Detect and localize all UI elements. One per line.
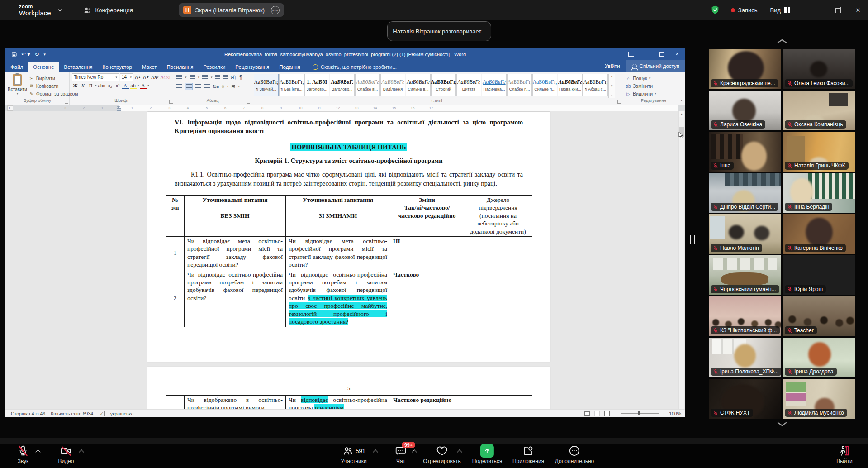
style-4[interactable]: АаБбВвГгСлабке в... bbox=[355, 74, 380, 96]
tab-selector[interactable]: L bbox=[7, 105, 13, 111]
word-close-button[interactable]: ✕ bbox=[669, 48, 685, 60]
participant-tile[interactable]: Лариса Овечкіна bbox=[709, 91, 781, 130]
word-tab-7[interactable]: Рецензування bbox=[230, 62, 274, 72]
word-minimize-button[interactable] bbox=[639, 48, 654, 60]
style-9[interactable]: АаБбВвГгНасичена... bbox=[482, 74, 507, 96]
toolbar-apps[interactable]: Приложения bbox=[512, 444, 544, 464]
tab-shared-screen[interactable]: H Экран (Наталія Вітранюк) ••• bbox=[179, 3, 284, 17]
participant-tile[interactable]: Інна bbox=[709, 132, 781, 172]
participant-tile[interactable]: Ірина Дроздова bbox=[783, 338, 855, 377]
subscript-button[interactable]: x₂ bbox=[107, 82, 114, 89]
style-2[interactable]: 1. АаБбІЗаголово... bbox=[304, 74, 329, 96]
participant-tile[interactable]: Дніпро Відділ Серти... bbox=[709, 173, 781, 213]
proofing-icon[interactable]: ✓ bbox=[99, 411, 105, 416]
sign-in-button[interactable]: Увійти bbox=[598, 63, 626, 69]
style-10[interactable]: АаБбВвГг,Слабке п... bbox=[507, 74, 532, 96]
font-size-combo[interactable]: 14▾ bbox=[120, 73, 133, 81]
zoom-level[interactable]: 100% bbox=[669, 411, 681, 416]
redo-icon[interactable]: ↻ bbox=[34, 51, 39, 57]
word-tab-3[interactable]: Конструктор bbox=[97, 62, 137, 72]
security-shield-icon[interactable] bbox=[710, 5, 720, 15]
style-11[interactable]: АаБбВвГг,Сильне п... bbox=[532, 74, 557, 96]
toolbar-share[interactable]: Поделиться bbox=[472, 444, 502, 464]
participant-tile[interactable]: КЗ "Нікопольський ф... bbox=[709, 296, 781, 336]
participant-tile[interactable]: Ірина Полякова_ХПФ... bbox=[709, 338, 781, 377]
toolbar-chat[interactable]: 99+Чат bbox=[395, 444, 407, 464]
toolbar-leave[interactable]: Выйти bbox=[836, 444, 853, 464]
toolbar-people[interactable]: 591Участники bbox=[341, 444, 366, 464]
web-layout-icon[interactable] bbox=[604, 411, 610, 416]
style-3[interactable]: АаБбВвГ.Заголово... bbox=[330, 74, 355, 96]
tab-conference[interactable]: Конференция bbox=[83, 6, 133, 14]
tell-me-search[interactable]: Скажіть, що потрібно зробити... bbox=[309, 62, 400, 72]
toolbar-mic-off[interactable]: Звук bbox=[17, 444, 29, 464]
toolbar-cam-off[interactable]: Видео bbox=[58, 444, 74, 464]
font-name-combo[interactable]: Times New Ro▾ bbox=[72, 73, 119, 81]
scroll-participants-down[interactable] bbox=[775, 421, 789, 427]
editing-item-2[interactable]: ▷Виділити ▾ bbox=[626, 90, 656, 97]
superscript-button[interactable]: x² bbox=[114, 82, 121, 89]
participant-tile[interactable]: Чортківський гуманіт... bbox=[709, 255, 781, 295]
more-options-icon[interactable]: ••• bbox=[271, 6, 280, 14]
read-mode-icon[interactable] bbox=[584, 411, 590, 416]
save-icon[interactable] bbox=[12, 52, 17, 57]
clear-formatting-button[interactable]: A⌫ bbox=[160, 74, 171, 81]
scroll-participants-up[interactable] bbox=[775, 38, 789, 44]
numbered-list-icon[interactable] bbox=[190, 75, 195, 80]
scroll-up-arrow[interactable]: ▲ bbox=[679, 111, 684, 117]
zoom-in-button[interactable]: + bbox=[663, 411, 665, 416]
vertical-scrollbar[interactable]: ▲ bbox=[678, 111, 684, 409]
zoom-out-button[interactable]: − bbox=[614, 411, 617, 416]
shading-icon[interactable]: ◊ bbox=[222, 84, 224, 89]
participant-tile[interactable]: Юрій Ярош bbox=[783, 255, 855, 295]
style-0[interactable]: АаБбВвГг,¶ Звичай... bbox=[254, 74, 279, 96]
decrease-indent-icon[interactable] bbox=[215, 75, 220, 80]
justify-icon[interactable] bbox=[204, 84, 210, 89]
word-tab-8[interactable]: Подання bbox=[274, 62, 305, 72]
toolbar-caret-mic-off[interactable] bbox=[36, 449, 40, 453]
participant-tile[interactable]: Teacher bbox=[783, 296, 855, 336]
highlight-button[interactable]: ab bbox=[130, 82, 137, 89]
panel-resize-handle[interactable] bbox=[690, 235, 695, 244]
participant-tile[interactable]: Катерина Вініченко bbox=[783, 214, 855, 254]
toolbar-caret-heart[interactable] bbox=[458, 449, 462, 453]
page-indicator[interactable]: Сторінка 4 із 46 bbox=[11, 411, 45, 416]
collapse-ribbon-icon[interactable]: ⌃ bbox=[680, 100, 683, 104]
toolbar-heart[interactable]: Отреагировать bbox=[423, 444, 461, 464]
participant-tile[interactable]: СТФК НУХТ bbox=[709, 379, 781, 419]
participant-tile[interactable]: Оксана Компанієць bbox=[783, 91, 855, 130]
italic-button[interactable]: К bbox=[80, 82, 86, 89]
participant-tile[interactable]: Красноградський пе... bbox=[709, 49, 781, 89]
pilcrow-icon[interactable]: ¶ bbox=[239, 74, 242, 81]
borders-icon[interactable]: ⊞ bbox=[231, 84, 235, 90]
word-tab-2[interactable]: Вставлення bbox=[59, 62, 98, 72]
sort-icon[interactable]: Я̂↓ bbox=[231, 75, 237, 80]
increase-indent-icon[interactable] bbox=[223, 75, 228, 80]
style-12[interactable]: АаБбВвГгНазва кни... bbox=[558, 74, 583, 96]
view-button[interactable]: Вид bbox=[770, 7, 790, 14]
align-left-icon[interactable] bbox=[176, 84, 182, 89]
toolbar-more[interactable]: Дополнительно bbox=[555, 444, 594, 464]
styles-gallery-scroll[interactable]: ▲▼≡ bbox=[608, 74, 615, 98]
qat-customize-icon[interactable]: ▾ bbox=[43, 52, 46, 57]
style-1[interactable]: АаБбВвГг,¶ Без інте... bbox=[279, 74, 304, 96]
style-13[interactable]: АаБбВвГг,¶ Абзац с... bbox=[583, 74, 608, 96]
word-tab-4[interactable]: Макет bbox=[137, 62, 162, 72]
participant-tile[interactable]: Інна Берладін bbox=[783, 173, 855, 213]
align-center-icon[interactable] bbox=[185, 83, 193, 90]
style-5[interactable]: АаБбВвГгВиділення bbox=[380, 74, 405, 96]
share-document-button[interactable]: Спільний доступ bbox=[626, 60, 685, 72]
grow-font-button[interactable]: А▲ bbox=[134, 74, 142, 81]
editing-item-1[interactable]: abЗамінити bbox=[626, 82, 656, 90]
bold-button[interactable]: Ж bbox=[72, 82, 79, 89]
underline-button[interactable]: П bbox=[87, 82, 94, 89]
zoom-slider[interactable] bbox=[621, 413, 659, 414]
strikethrough-button[interactable]: abc bbox=[98, 82, 106, 89]
word-tab-0[interactable]: Файл bbox=[5, 62, 28, 72]
style-8[interactable]: АаБбВвГгЦитата bbox=[456, 74, 481, 96]
word-tab-1[interactable]: Основне bbox=[28, 62, 59, 72]
document-canvas[interactable]: VI. Інформація щодо відповідності освітн… bbox=[5, 111, 685, 409]
ribbon-display-options-icon[interactable] bbox=[623, 48, 639, 60]
close-button[interactable]: ✕ bbox=[848, 0, 868, 20]
word-tab-6[interactable]: Розсилки bbox=[198, 62, 230, 72]
